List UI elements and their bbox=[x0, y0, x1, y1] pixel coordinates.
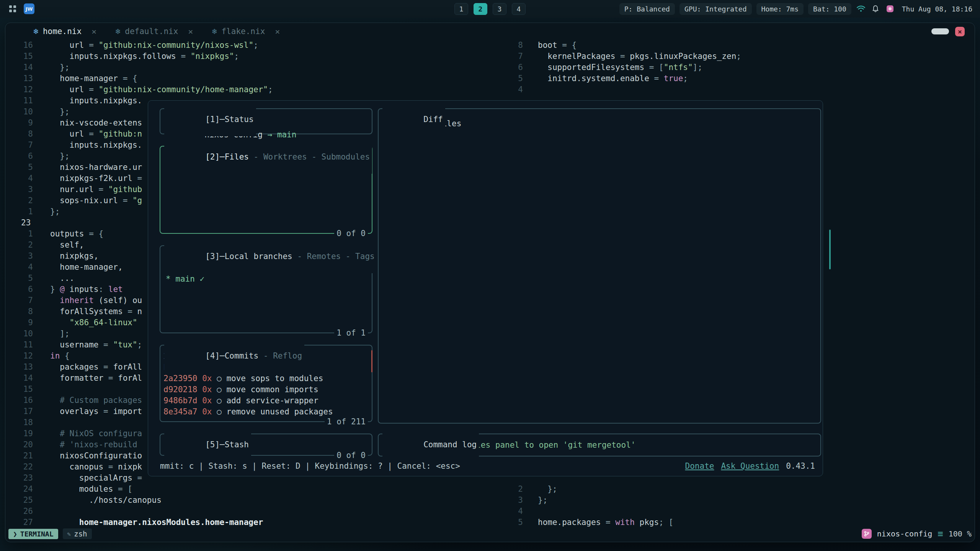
code-text: forAllSystems = n bbox=[50, 306, 142, 317]
code-text: supportedFilesystems = ["ntfs"]; bbox=[538, 62, 702, 73]
code-text: home-manager = { bbox=[50, 73, 137, 84]
line-number: 4 bbox=[5, 173, 33, 184]
files-count: 0 of 0 bbox=[334, 228, 368, 239]
code-text: nur.url = "github bbox=[50, 184, 142, 195]
project-icon bbox=[862, 529, 872, 539]
code-text: nixos-hardware.ur bbox=[50, 162, 142, 173]
lazygit-branches-panel[interactable]: [3]─Local branches - Remotes - Tags * ma… bbox=[160, 245, 372, 333]
commit-hash: 9486b7d bbox=[163, 396, 198, 405]
line-number: 12 bbox=[5, 84, 33, 95]
line-number: 13 bbox=[5, 362, 33, 373]
lazygit-status-panel[interactable]: [1]─Status nixos-config → main bbox=[160, 108, 372, 134]
tab-close-icon[interactable]: × bbox=[275, 27, 280, 36]
files-panel-title: [2]─Files - Worktrees - Submodules bbox=[164, 140, 372, 174]
code-line: 24 modules = [ bbox=[5, 484, 510, 495]
code-line: 13 home-manager = { bbox=[5, 73, 510, 84]
lazygit-stash-panel[interactable]: [5]─Stash 0 of 0 bbox=[160, 434, 372, 456]
commit-message: move sops to modules bbox=[226, 374, 323, 383]
code-text: inherit (self) ou bbox=[50, 295, 142, 306]
code-line: 7 kernelPackages = pkgs.linuxPackages_ze… bbox=[510, 51, 975, 62]
topbar-right-cluster: P: BalancedGPU: IntegratedHome: 7msBat: … bbox=[619, 3, 972, 15]
code-text: "x86_64-linux" bbox=[50, 317, 137, 328]
line-number: 5 bbox=[5, 273, 33, 284]
prompt-icon: ✎ bbox=[67, 530, 71, 538]
commits-scrollbar[interactable] bbox=[371, 350, 372, 372]
editor-pane-right[interactable]: 8boot = {7 kernelPackages = pkgs.linuxPa… bbox=[510, 40, 975, 95]
commit-message: move common imports bbox=[226, 385, 318, 394]
code-text: nix-vscode-extens bbox=[50, 117, 142, 129]
code-line: 5home.packages = with pkgs; [ bbox=[510, 517, 975, 528]
keybar-link-donate[interactable]: Donate bbox=[685, 461, 714, 471]
lazygit-commits-panel[interactable]: [4]─Commits - Reflog 2717f2f 0x ○ add mo… bbox=[160, 345, 372, 422]
commit-row[interactable]: 2a23950 0x ○ move sops to modules bbox=[163, 373, 366, 384]
branch-item[interactable]: * main ✓ bbox=[166, 274, 366, 285]
current-line-number: 23 bbox=[5, 217, 33, 228]
code-text: home-manager.nixosModules.home-manager bbox=[50, 517, 263, 528]
line-number: 20 bbox=[5, 439, 33, 450]
lazygit-command-log-panel[interactable]: Command log press 'M' in the files panel… bbox=[378, 434, 821, 456]
workspace-button-2[interactable]: 2 bbox=[474, 3, 487, 15]
lazygit-diff-panel[interactable]: Diff No changed files bbox=[378, 108, 821, 424]
code-line: 14 }; bbox=[5, 62, 510, 73]
code-text: } @ inputs: let bbox=[50, 284, 123, 295]
keybar-link-ask-question[interactable]: Ask Question bbox=[721, 461, 779, 471]
status-chips: P: BalancedGPU: IntegratedHome: 7msBat: … bbox=[619, 3, 851, 15]
code-text: }; bbox=[538, 484, 557, 495]
code-line: 16 url = "github:nix-community/nixos-wsl… bbox=[5, 40, 510, 51]
lazygit-floating-pane[interactable]: [1]─Status nixos-config → main [2]─Files… bbox=[148, 100, 823, 476]
line-number: 13 bbox=[5, 73, 33, 84]
line-number: 11 bbox=[5, 339, 33, 350]
tab-home.nix[interactable]: ❄home.nix× bbox=[24, 23, 106, 40]
status-chip-0: P: Balanced bbox=[619, 3, 675, 15]
line-number: 3 bbox=[5, 184, 33, 195]
diff-panel-title: Diff bbox=[382, 103, 445, 136]
window-close-button[interactable]: × bbox=[955, 27, 965, 36]
project-name: nixos-config bbox=[877, 529, 933, 538]
tab-label: home.nix bbox=[43, 27, 82, 36]
window-pill-button[interactable] bbox=[931, 28, 949, 34]
code-text: ... bbox=[50, 273, 74, 284]
tab-close-icon[interactable]: × bbox=[91, 27, 96, 36]
commit-row[interactable]: 9486b7d 0x ○ add service-wrapper bbox=[163, 395, 366, 406]
apps-grid-icon[interactable] bbox=[8, 4, 18, 14]
tab-default.nix[interactable]: ❄default.nix× bbox=[106, 23, 202, 40]
workspace-button-1[interactable]: 1 bbox=[454, 3, 468, 15]
tab-label: flake.nix bbox=[222, 27, 265, 36]
code-line: 4 bbox=[510, 84, 975, 95]
commit-author: 0x bbox=[202, 396, 212, 405]
tab-label: default.nix bbox=[125, 27, 178, 36]
code-line: 5 initrd.systemd.enable = true; bbox=[510, 73, 975, 84]
code-text: self, bbox=[50, 240, 84, 251]
current-branch: → main bbox=[268, 130, 297, 139]
line-number: 5 bbox=[5, 162, 33, 173]
code-text: inputs.nixpkgs.follows = "nixpkgs"; bbox=[50, 51, 239, 62]
bell-icon[interactable] bbox=[871, 4, 880, 14]
editor-pane-right-bottom[interactable]: 2 };3};45home.packages = with pkgs; [ bbox=[510, 484, 975, 528]
code-line: 12 url = "github:nix-community/home-mana… bbox=[5, 84, 510, 95]
code-text: packages = forAll bbox=[50, 362, 142, 373]
commit-node-icon: ○ bbox=[217, 396, 222, 405]
code-text: nixosConfiguratio bbox=[50, 450, 142, 461]
line-number: 9 bbox=[5, 117, 33, 129]
code-text: overlays = import bbox=[50, 406, 142, 417]
commit-row[interactable]: d920218 0x ○ move common imports bbox=[163, 384, 366, 395]
shell-indicator: ✎ zsh bbox=[63, 528, 92, 539]
code-text: home-manager, bbox=[50, 262, 123, 273]
code-text: canopus = nixpk bbox=[50, 461, 142, 473]
commit-hash: 2a23950 bbox=[163, 374, 198, 383]
workspace-button-4[interactable]: 4 bbox=[512, 3, 526, 15]
code-line: 15 inputs.nixpkgs.follows = "nixpkgs"; bbox=[5, 51, 510, 62]
workspace-button-3[interactable]: 3 bbox=[493, 3, 506, 15]
commit-author: 0x bbox=[202, 374, 212, 383]
lazygit-version: 0.43.1 bbox=[786, 461, 815, 472]
commit-row[interactable]: 8e345a7 0x ○ remove unused packages bbox=[163, 406, 366, 417]
launcher-logo[interactable]: JW bbox=[24, 3, 34, 14]
wifi-icon[interactable] bbox=[856, 4, 866, 14]
tab-close-icon[interactable]: × bbox=[188, 27, 193, 36]
editor-scrollbar[interactable] bbox=[829, 230, 831, 269]
tab-flake.nix[interactable]: ❄flake.nix× bbox=[203, 23, 289, 40]
line-number: 15 bbox=[5, 384, 33, 395]
code-text: home.packages = with pkgs; [ bbox=[538, 517, 673, 528]
color-picker-icon[interactable] bbox=[885, 4, 895, 14]
lazygit-files-panel[interactable]: [2]─Files - Worktrees - Submodules 0 of … bbox=[160, 146, 372, 234]
